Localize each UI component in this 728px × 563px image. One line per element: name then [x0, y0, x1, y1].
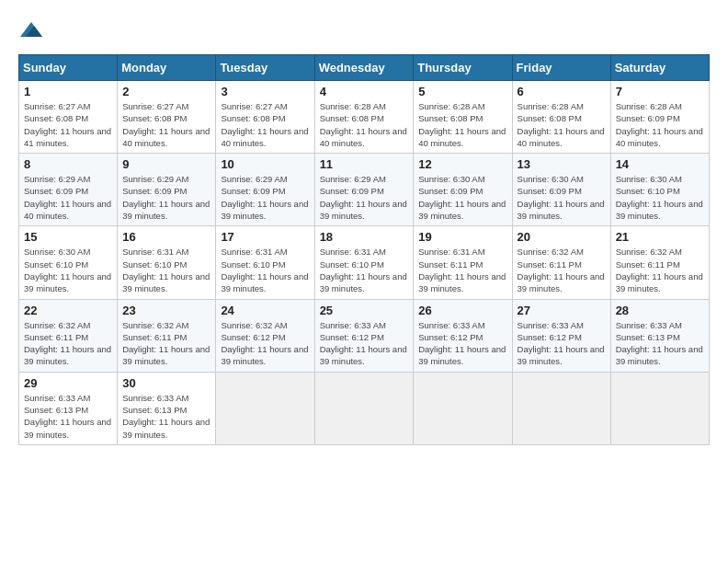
day-number: 21: [616, 230, 704, 244]
page-header: [18, 18, 710, 45]
calendar-cell: 15Sunrise: 6:30 AMSunset: 6:10 PMDayligh…: [19, 226, 118, 299]
calendar-cell: 14Sunrise: 6:30 AMSunset: 6:10 PMDayligh…: [610, 154, 709, 226]
calendar-cell: [216, 372, 314, 444]
day-info: Sunrise: 6:33 AMSunset: 6:13 PMDaylight:…: [122, 392, 210, 441]
day-number: 5: [418, 85, 506, 98]
day-number: 7: [616, 85, 704, 98]
day-number: 29: [24, 376, 112, 390]
day-info: Sunrise: 6:33 AMSunset: 6:12 PMDaylight:…: [418, 319, 506, 368]
calendar-cell: [414, 372, 512, 444]
day-info: Sunrise: 6:30 AMSunset: 6:10 PMDaylight:…: [616, 173, 704, 222]
day-number: 8: [24, 157, 112, 171]
day-number: 3: [221, 85, 309, 98]
day-number: 6: [518, 85, 606, 98]
day-info: Sunrise: 6:28 AMSunset: 6:09 PMDaylight:…: [616, 100, 704, 149]
calendar-cell: 28Sunrise: 6:33 AMSunset: 6:13 PMDayligh…: [610, 299, 709, 372]
calendar-cell: 21Sunrise: 6:32 AMSunset: 6:11 PMDayligh…: [610, 226, 709, 299]
calendar-week-4: 22Sunrise: 6:32 AMSunset: 6:11 PMDayligh…: [19, 299, 710, 372]
calendar-cell: 10Sunrise: 6:29 AMSunset: 6:09 PMDayligh…: [216, 154, 314, 226]
calendar-week-5: 29Sunrise: 6:33 AMSunset: 6:13 PMDayligh…: [19, 372, 710, 444]
calendar-cell: 12Sunrise: 6:30 AMSunset: 6:09 PMDayligh…: [414, 154, 512, 226]
day-info: Sunrise: 6:32 AMSunset: 6:11 PMDaylight:…: [122, 319, 210, 368]
calendar-cell: 1Sunrise: 6:27 AMSunset: 6:08 PMDaylight…: [19, 81, 118, 154]
day-info: Sunrise: 6:30 AMSunset: 6:10 PMDaylight:…: [24, 246, 112, 294]
calendar-week-2: 8Sunrise: 6:29 AMSunset: 6:09 PMDaylight…: [19, 154, 710, 226]
day-number: 11: [320, 157, 409, 171]
day-number: 23: [122, 304, 210, 317]
day-info: Sunrise: 6:29 AMSunset: 6:09 PMDaylight:…: [221, 173, 309, 222]
day-info: Sunrise: 6:32 AMSunset: 6:12 PMDaylight:…: [221, 319, 309, 368]
calendar-cell: 22Sunrise: 6:32 AMSunset: 6:11 PMDayligh…: [19, 299, 118, 372]
calendar-cell: 19Sunrise: 6:31 AMSunset: 6:11 PMDayligh…: [414, 226, 512, 299]
day-number: 15: [24, 230, 112, 244]
day-number: 18: [320, 230, 409, 244]
calendar-cell: 16Sunrise: 6:31 AMSunset: 6:10 PMDayligh…: [118, 226, 216, 299]
calendar-header-saturday: Saturday: [610, 55, 709, 81]
calendar-cell: 17Sunrise: 6:31 AMSunset: 6:10 PMDayligh…: [216, 226, 314, 299]
calendar-cell: 20Sunrise: 6:32 AMSunset: 6:11 PMDayligh…: [512, 226, 610, 299]
calendar-cell: 5Sunrise: 6:28 AMSunset: 6:08 PMDaylight…: [414, 81, 512, 154]
day-info: Sunrise: 6:32 AMSunset: 6:11 PMDaylight:…: [24, 319, 112, 368]
day-number: 4: [320, 85, 409, 98]
calendar-cell: 9Sunrise: 6:29 AMSunset: 6:09 PMDaylight…: [118, 154, 216, 226]
day-number: 26: [418, 304, 506, 317]
day-info: Sunrise: 6:33 AMSunset: 6:13 PMDaylight:…: [24, 392, 112, 441]
calendar-cell: [314, 372, 414, 444]
calendar-cell: 30Sunrise: 6:33 AMSunset: 6:13 PMDayligh…: [118, 372, 216, 444]
day-number: 17: [221, 230, 309, 244]
day-number: 27: [518, 304, 606, 317]
calendar-header-thursday: Thursday: [414, 55, 512, 81]
day-number: 25: [320, 304, 409, 317]
day-info: Sunrise: 6:31 AMSunset: 6:10 PMDaylight:…: [320, 246, 409, 294]
day-number: 20: [518, 230, 606, 244]
day-info: Sunrise: 6:29 AMSunset: 6:09 PMDaylight:…: [24, 173, 112, 222]
calendar-cell: 18Sunrise: 6:31 AMSunset: 6:10 PMDayligh…: [314, 226, 414, 299]
calendar-cell: 4Sunrise: 6:28 AMSunset: 6:08 PMDaylight…: [314, 81, 414, 154]
day-info: Sunrise: 6:32 AMSunset: 6:11 PMDaylight:…: [616, 246, 704, 294]
day-info: Sunrise: 6:33 AMSunset: 6:12 PMDaylight:…: [518, 319, 606, 368]
day-info: Sunrise: 6:30 AMSunset: 6:09 PMDaylight:…: [418, 173, 506, 222]
logo: [18, 18, 42, 45]
day-info: Sunrise: 6:27 AMSunset: 6:08 PMDaylight:…: [24, 100, 112, 149]
day-info: Sunrise: 6:31 AMSunset: 6:10 PMDaylight:…: [221, 246, 309, 294]
day-number: 30: [122, 376, 210, 390]
day-info: Sunrise: 6:31 AMSunset: 6:10 PMDaylight:…: [122, 246, 210, 294]
day-number: 22: [24, 304, 112, 317]
day-info: Sunrise: 6:31 AMSunset: 6:11 PMDaylight:…: [418, 246, 506, 294]
day-number: 12: [418, 157, 506, 171]
calendar-table: SundayMondayTuesdayWednesdayThursdayFrid…: [18, 54, 710, 445]
day-number: 14: [616, 157, 704, 171]
calendar-cell: 7Sunrise: 6:28 AMSunset: 6:09 PMDaylight…: [610, 81, 709, 154]
calendar-cell: 24Sunrise: 6:32 AMSunset: 6:12 PMDayligh…: [216, 299, 314, 372]
calendar-cell: 6Sunrise: 6:28 AMSunset: 6:08 PMDaylight…: [512, 81, 610, 154]
calendar-cell: 13Sunrise: 6:30 AMSunset: 6:09 PMDayligh…: [512, 154, 610, 226]
day-info: Sunrise: 6:32 AMSunset: 6:11 PMDaylight:…: [518, 246, 606, 294]
day-info: Sunrise: 6:29 AMSunset: 6:09 PMDaylight:…: [320, 173, 409, 222]
calendar-cell: 29Sunrise: 6:33 AMSunset: 6:13 PMDayligh…: [19, 372, 118, 444]
calendar-header-sunday: Sunday: [19, 55, 118, 81]
day-info: Sunrise: 6:33 AMSunset: 6:13 PMDaylight:…: [616, 319, 704, 368]
logo-text: [18, 18, 42, 45]
calendar-header-row: SundayMondayTuesdayWednesdayThursdayFrid…: [19, 55, 710, 81]
calendar-cell: 3Sunrise: 6:27 AMSunset: 6:08 PMDaylight…: [216, 81, 314, 154]
day-info: Sunrise: 6:30 AMSunset: 6:09 PMDaylight:…: [518, 173, 606, 222]
day-number: 24: [221, 304, 309, 317]
day-info: Sunrise: 6:28 AMSunset: 6:08 PMDaylight:…: [518, 100, 606, 149]
day-info: Sunrise: 6:27 AMSunset: 6:08 PMDaylight:…: [122, 100, 210, 149]
calendar-cell: 2Sunrise: 6:27 AMSunset: 6:08 PMDaylight…: [118, 81, 216, 154]
calendar-cell: [512, 372, 610, 444]
logo-icon: [20, 18, 42, 40]
day-number: 9: [122, 157, 210, 171]
day-number: 16: [122, 230, 210, 244]
day-info: Sunrise: 6:27 AMSunset: 6:08 PMDaylight:…: [221, 100, 309, 149]
calendar-week-3: 15Sunrise: 6:30 AMSunset: 6:10 PMDayligh…: [19, 226, 710, 299]
calendar-cell: 23Sunrise: 6:32 AMSunset: 6:11 PMDayligh…: [118, 299, 216, 372]
calendar-header-friday: Friday: [512, 55, 610, 81]
calendar-header-wednesday: Wednesday: [314, 55, 414, 81]
calendar-cell: 26Sunrise: 6:33 AMSunset: 6:12 PMDayligh…: [414, 299, 512, 372]
calendar-header-monday: Monday: [118, 55, 216, 81]
calendar-cell: [610, 372, 709, 444]
calendar-cell: 27Sunrise: 6:33 AMSunset: 6:12 PMDayligh…: [512, 299, 610, 372]
day-number: 10: [221, 157, 309, 171]
day-info: Sunrise: 6:28 AMSunset: 6:08 PMDaylight:…: [418, 100, 506, 149]
